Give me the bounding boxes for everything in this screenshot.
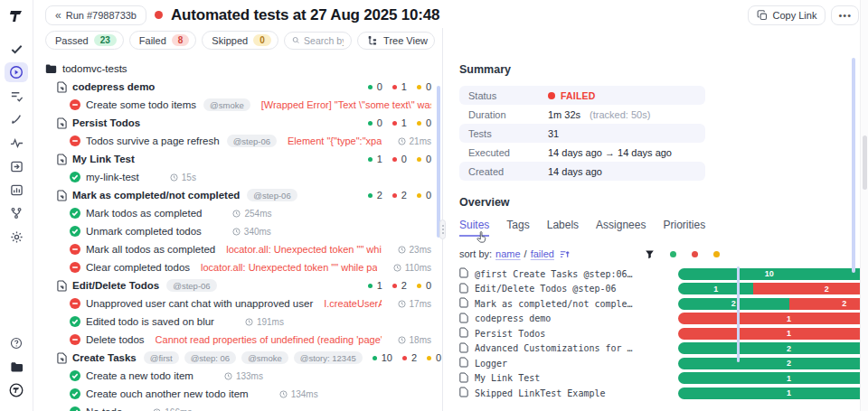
- tab-priorities[interactable]: Priorities: [663, 219, 705, 237]
- right-panel-scrollbar[interactable]: [852, 58, 855, 273]
- suite-doc-icon: [459, 325, 468, 341]
- test-status-icon: [70, 226, 80, 237]
- test-status-icon: [70, 298, 80, 309]
- double-chevron-left-icon: «: [55, 9, 61, 22]
- runs-play-icon[interactable]: [5, 62, 28, 82]
- test-name: Edited todo is saved on blur: [86, 316, 214, 327]
- more-actions-button[interactable]: •••: [831, 5, 859, 25]
- filter-skipped-button[interactable]: Skipped 0: [202, 31, 278, 50]
- overview-suite-row[interactable]: Skipped LinkTest Example 1: [459, 386, 723, 401]
- window-scrollbar-thumb[interactable]: [863, 135, 867, 190]
- suite-row[interactable]: My Link Test 1 0 0: [45, 150, 442, 168]
- test-row[interactable]: Delete todos Cannot read properties of u…: [45, 331, 442, 349]
- sort-by-name-link[interactable]: name: [495, 248, 521, 259]
- failed-label: Failed: [139, 35, 166, 46]
- result-bar: 12: [678, 283, 868, 294]
- suite-row[interactable]: Create Tasks @first@step: 06@smoke@story…: [45, 349, 442, 367]
- test-row[interactable]: Mark all todos as completed locator.all:…: [45, 240, 442, 258]
- test-row[interactable]: Unmark completed todos 340ms: [45, 222, 442, 240]
- suite-row[interactable]: Mark as completed/not completed @step-06…: [45, 186, 442, 204]
- suite-tags: @step-06: [165, 279, 216, 292]
- test-plans-icon[interactable]: [5, 86, 28, 106]
- branch-icon[interactable]: [5, 203, 28, 223]
- overview-suite-row[interactable]: Persist Todos 1: [459, 326, 723, 341]
- suite-row[interactable]: Edit/Delete Todos @step-06 1 2 0: [45, 276, 442, 294]
- suite-row[interactable]: Persist Todos 0 1 0: [45, 114, 442, 132]
- help-icon[interactable]: [5, 333, 28, 353]
- test-row[interactable]: Mark todos as completed 254ms: [45, 204, 442, 222]
- filter-funnel-icon[interactable]: [645, 249, 655, 259]
- run-back-button[interactable]: « Run #7988733b: [45, 5, 146, 25]
- failed-dot-icon: [392, 193, 397, 198]
- projects-folder-icon[interactable]: [5, 357, 28, 377]
- tree-scrollbar[interactable]: [437, 86, 440, 238]
- passed-count: 1: [377, 280, 382, 291]
- overview-suite-list: @first Create Tasks @step:06… 102 Edit/D…: [459, 266, 723, 401]
- overview-suite-row[interactable]: My Link Test 1: [459, 371, 723, 387]
- root-folder-name: todomvc-tests: [62, 63, 127, 74]
- test-row[interactable]: Create some todo items @smoke [Wrapped E…: [45, 96, 442, 114]
- overview-suite-row[interactable]: @first Create Tasks @step:06… 102: [459, 266, 723, 282]
- filter-passed-button[interactable]: Passed 23: [45, 31, 124, 50]
- test-row[interactable]: my-link-test 15s: [45, 168, 442, 186]
- window-scrollbar[interactable]: [860, 0, 868, 411]
- test-row[interactable]: No todo 166ms: [45, 403, 442, 411]
- analytics-chart-icon[interactable]: [5, 180, 28, 200]
- tree-view-button[interactable]: Tree View: [357, 32, 435, 50]
- overview-suite-row[interactable]: Logger 2: [459, 356, 723, 371]
- suite-row[interactable]: codepress demo 0 1 0: [45, 78, 442, 96]
- tests-check-icon[interactable]: [5, 39, 28, 59]
- account-logo-icon[interactable]: [5, 380, 28, 400]
- root-folder-row[interactable]: todomvc-tests: [45, 60, 442, 78]
- import-run-icon[interactable]: [5, 156, 28, 176]
- tab-labels[interactable]: Labels: [547, 219, 579, 237]
- test-status-icon: [70, 262, 80, 273]
- test-name: Create a new todo item: [86, 370, 193, 381]
- failed-count: 2: [401, 280, 407, 291]
- overview-suite-row[interactable]: Advanced Customizations for … 2: [459, 341, 723, 357]
- result-bar: 1: [678, 313, 868, 324]
- overview-suite-row[interactable]: Mark as completed/not comple… 22: [459, 296, 723, 312]
- test-row[interactable]: Create ouch another new todo item 134ms: [45, 385, 442, 403]
- copy-link-button[interactable]: Copy Link: [748, 5, 826, 25]
- suite-counts: 0 1 0: [363, 117, 431, 128]
- suite-file-icon: [57, 280, 67, 292]
- suite-list-scrollbar[interactable]: [737, 266, 740, 362]
- nav-sidebar: [0, 0, 33, 411]
- skipped-dot-icon: [417, 121, 421, 126]
- tab-tags[interactable]: Tags: [506, 219, 529, 237]
- summary-table: Status FAILED Duration 1m 32s (tracked: …: [459, 86, 705, 181]
- filter-failed-button[interactable]: Failed 8: [129, 31, 197, 50]
- test-duration: 15s: [170, 173, 196, 182]
- testomat-logo-icon[interactable]: [5, 6, 28, 26]
- sort-direction-icon[interactable]: [560, 249, 570, 259]
- pulse-icon[interactable]: [5, 133, 28, 153]
- failed-dot-icon: [392, 121, 397, 126]
- summary-row: Status FAILED: [459, 86, 705, 105]
- overview-suite-row[interactable]: Edit/Delete Todos @step-06 12: [459, 282, 723, 297]
- failed-dot-icon: [392, 157, 397, 162]
- suite-tags: @first@step: 06@smoke@story: 12345: [142, 351, 363, 364]
- overview-suite-row[interactable]: codepress demo 1: [459, 312, 723, 327]
- test-tree: todomvc-tests codepress demo 0 1 0 Creat…: [33, 54, 442, 411]
- test-row[interactable]: Edited todo is saved on blur 191ms: [45, 313, 442, 331]
- summary-row-label: Duration: [468, 109, 548, 120]
- test-name: Clear completed todos: [86, 262, 190, 273]
- panel-resize-handle[interactable]: [439, 220, 446, 239]
- pen-icon[interactable]: [5, 109, 28, 129]
- search-input[interactable]: [304, 35, 344, 46]
- test-row[interactable]: Create a new todo item 133ms: [45, 367, 442, 385]
- test-row[interactable]: Clear completed todos locator.all: Unexp…: [45, 258, 442, 276]
- settings-gear-icon[interactable]: [5, 227, 28, 247]
- passed-segment: 2: [678, 358, 868, 369]
- test-status-icon: [70, 316, 80, 327]
- test-status-icon: [70, 172, 80, 182]
- test-duration-value: 166ms: [165, 407, 192, 411]
- tag-pill: @step-06: [247, 189, 297, 201]
- test-row[interactable]: Unapproved user cant chat with unapprove…: [45, 294, 442, 313]
- copy-icon: [757, 10, 768, 21]
- summary-row-label: Created: [468, 166, 548, 177]
- tab-assignees[interactable]: Assignees: [596, 219, 646, 237]
- test-row[interactable]: Todos survive a page refresh @step-06 El…: [45, 132, 442, 150]
- sort-by-failed-link[interactable]: failed: [531, 248, 554, 259]
